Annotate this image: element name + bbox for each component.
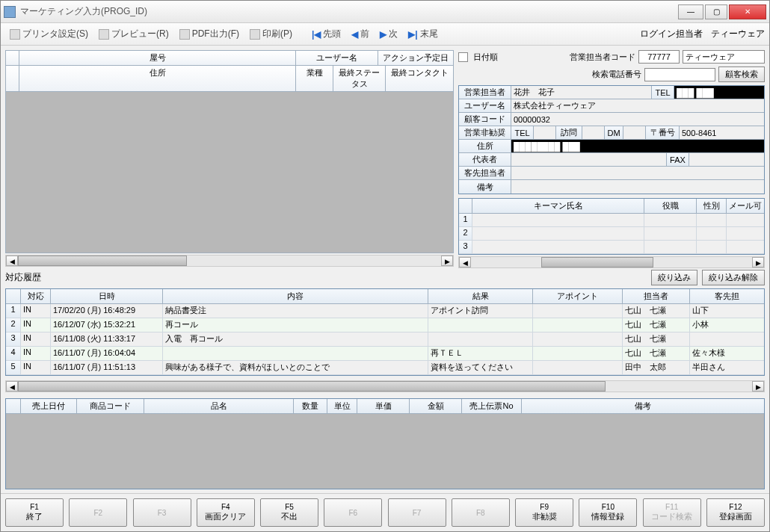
history-row[interactable]: 1 IN 17/02/20 (月) 16:48:29 納品書受注 アポイント訪問… [6,304,764,318]
first-icon: |◀ [312,29,321,40]
scroll-thumb[interactable] [18,381,606,392]
fkey-f10[interactable]: F10情報登録 [579,498,637,527]
scroll-left-icon[interactable]: ◀ [459,257,471,267]
fkey-number: F1 [30,503,39,511]
scroll-right-icon[interactable]: ▶ [752,257,764,267]
scroll-right-icon[interactable]: ▶ [752,381,764,392]
cell-datetime: 16/11/07 (月) 11:51:13 [51,361,163,374]
narrow-button[interactable]: 絞り込み [651,270,697,285]
app-icon [4,6,16,18]
cell-in: IN [21,332,51,346]
fkey-f6: F6 [324,498,382,527]
cell-content [163,347,428,360]
scroll-thumb[interactable] [541,257,653,267]
history-hscroll[interactable]: ◀ ▶ [5,380,765,392]
fkey-number: F12 [729,503,742,511]
date-order-label: 日付順 [473,52,498,63]
cell-in: IN [21,361,51,374]
lbl-tel2: TEL [511,126,534,139]
nav-next-button[interactable]: ▶次 [375,25,402,43]
row-number: 3 [6,332,21,346]
fkey-number: F7 [413,509,422,517]
sales-grid: 売上日付 商品コード 品名 数量 単位 単価 金額 売上伝票No 備考 [5,398,765,489]
keyman-hscroll[interactable]: ◀ ▶ [458,256,765,268]
val-sales-rep: 花井 花子 [511,86,652,99]
customer-list-hscroll[interactable]: ◀ ▶ [5,255,454,267]
cell-result [428,332,533,346]
keyman-row[interactable]: 3 [459,241,764,254]
cell-staff: 七山 七瀬 [623,318,690,332]
scroll-right-icon[interactable]: ▶ [441,256,453,266]
printer-settings-button[interactable]: プリンタ設定(S) [5,25,93,43]
sales-rep-code-input[interactable] [638,50,680,64]
val-tel: ███ ███ [674,86,764,99]
date-order-checkbox[interactable] [458,52,468,62]
nav-last-button[interactable]: ▶|末尾 [404,25,442,43]
scroll-left-icon[interactable]: ◀ [6,381,18,392]
history-row[interactable]: 3 IN 16/11/08 (火) 11:33:17 入電 再コール 七山 七瀬 [6,332,764,347]
fkey-number: F4 [221,503,230,511]
fkey-number: F8 [476,509,485,517]
scroll-thumb[interactable] [18,256,187,266]
sales-rep-code-label: 営業担当者コード [570,52,635,63]
function-key-bar: F1終了F2F3F4画面クリアF5不出F6F7F8F9非勧奨F10情報登録F11… [1,493,769,531]
keyman-row[interactable]: 1 [459,214,764,227]
lbl-tel: TEL [652,86,674,99]
val-postal: 500-8461 [680,126,764,139]
cell-in: IN [21,318,51,332]
cell-contact: 小林 [690,318,764,332]
customer-list-body[interactable] [5,92,454,253]
cell-contact: 佐々木様 [690,347,764,360]
lbl-address: 住所 [459,140,511,152]
cell-staff: 七山 七瀬 [623,347,690,360]
row-number: 1 [459,214,472,226]
history-row[interactable]: 2 IN 16/12/07 (水) 15:32:21 再コール 七山 七瀬 小林 [6,318,764,332]
col-keyman-mail: メール可 [727,199,764,213]
scroll-left-icon[interactable]: ◀ [6,256,18,266]
col-industry: 業種 [296,65,333,91]
cell-staff: 七山 七瀬 [623,332,690,346]
cell-staff: 七山 七瀬 [623,304,690,318]
narrow-clear-button[interactable]: 絞り込み解除 [702,270,765,285]
search-phone-input[interactable] [644,68,715,81]
history-row[interactable]: 4 IN 16/11/07 (月) 16:04:04 再ＴＥＬ 七山 七瀬 佐々… [6,347,764,361]
col-action-date: アクション予定日 [378,51,453,65]
fkey-label: 登録画面 [719,511,752,522]
cell-in: IN [21,347,51,360]
window-title: マーケティング入力(PROG_ID) [20,5,678,18]
fkey-f12[interactable]: F12登録画面 [706,498,765,527]
lbl-user-name: ユーザー名 [459,99,511,112]
fkey-number: F10 [602,503,615,511]
maximize-button[interactable]: ▢ [705,4,727,19]
fkey-f9[interactable]: F9非勧奨 [515,498,573,527]
sales-grid-body[interactable] [6,414,764,489]
fkey-f4[interactable]: F4画面クリア [197,498,255,527]
col-staff: 担当者 [623,289,690,303]
fkey-label: 情報登録 [591,511,624,522]
nav-first-button[interactable]: |◀先頭 [307,25,345,43]
val-fax [689,153,764,166]
preview-button[interactable]: プレビュー(R) [94,25,173,43]
keyman-row[interactable]: 2 [459,227,764,241]
preview-icon [99,29,109,40]
fkey-f5[interactable]: F5不出 [260,498,318,527]
val-tel2 [534,126,556,139]
next-icon: ▶ [380,29,386,40]
customer-search-button[interactable]: 顧客検索 [718,66,765,82]
close-button[interactable]: ✕ [729,4,766,19]
fkey-f1[interactable]: F1終了 [5,498,64,527]
print-button[interactable]: 印刷(P) [245,25,297,43]
col-slip: 売上伝票No [462,399,522,413]
cell-contact: 半田さん [690,361,764,374]
lbl-rep: 代表者 [459,153,511,166]
history-row[interactable]: 5 IN 16/11/07 (月) 11:51:13 興味がある様子で、資料がほ… [6,361,764,375]
customer-info-grid: 営業担当者 花井 花子 TEL ███ ███ ユーザー名 株式会社ティーウェア… [458,85,765,194]
pdf-export-button[interactable]: PDF出力(F) [175,25,244,43]
col-last-contact: 最終コンタクト [386,65,453,91]
lbl-no-solicit: 営業非勧奨 [459,126,511,139]
col-unit: 単位 [327,399,357,413]
customer-detail-pane: 日付順 営業担当者コード 検索電話番号 顧客検索 営業担当者 花井 花子 [458,50,765,267]
fkey-label: 非勧奨 [532,511,557,522]
minimize-button[interactable]: — [678,4,703,19]
nav-prev-button[interactable]: ◀前 [347,25,374,43]
